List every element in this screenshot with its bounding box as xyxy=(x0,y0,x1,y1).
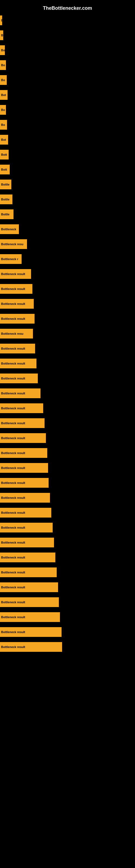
bar: Bott xyxy=(0,150,9,159)
bar-row: Bottleneck result xyxy=(0,550,135,564)
bar-row: Bottleneck result xyxy=(0,282,135,296)
bar: Bottleneck resu xyxy=(0,329,33,339)
bar-row: Bottleneck result xyxy=(0,580,135,594)
bar: Bottleneck result xyxy=(0,299,34,309)
bar-row: Bo xyxy=(0,73,135,87)
bar-row: Bottleneck result xyxy=(0,565,135,579)
page-title: TheBottlenecker.com xyxy=(0,3,135,12)
bar-row: Bot xyxy=(0,88,135,102)
bar: Bottleneck result xyxy=(0,627,61,637)
bar-label: Bottleneck result xyxy=(1,407,25,410)
bar-label: Bottleneck result xyxy=(1,586,25,589)
bar: Bottleneck result xyxy=(0,478,49,488)
bar-label: Bottleneck result xyxy=(1,481,25,485)
bar-label: Bottleneck result xyxy=(1,317,25,320)
bar-row: Bottleneck result xyxy=(0,640,135,654)
bar-row: Bott xyxy=(0,148,135,162)
bar-label: Bottleneck result xyxy=(1,630,25,633)
bar-label: Bottleneck result xyxy=(1,347,25,350)
bar-label: Bottleneck result xyxy=(1,571,25,574)
bar: B xyxy=(0,30,3,40)
bar: Bottleneck result xyxy=(0,523,53,532)
bars-wrapper: BBBoBoBoBotBoBoBotBottBottBottleBottleBo… xyxy=(0,13,135,654)
bar-row: Bottleneck result xyxy=(0,431,135,445)
bar-label: Bottleneck result xyxy=(1,392,25,395)
bar: Bottleneck result xyxy=(0,567,57,577)
bar: Bottleneck result xyxy=(0,612,60,622)
bar-label: Bottleneck result xyxy=(1,541,25,544)
bar-row: B xyxy=(0,13,135,27)
bar-row: Bottleneck result xyxy=(0,491,135,505)
bar-label: Bottleneck result xyxy=(1,302,25,305)
bar: Bottleneck result xyxy=(0,597,59,607)
bar: Bot xyxy=(0,135,8,145)
bar: Bot xyxy=(0,90,8,100)
bar: Bottleneck r xyxy=(0,254,21,264)
bar-row: Bottleneck result xyxy=(0,610,135,624)
bar-label: Bo xyxy=(1,49,5,52)
bar-row: Bottleneck result xyxy=(0,297,135,311)
bar: Bottleneck result xyxy=(0,463,48,473)
bar: Bottleneck result xyxy=(0,344,35,353)
bar: Bottleneck result xyxy=(0,373,38,383)
bar-row: Bottleneck result xyxy=(0,312,135,326)
bar-label: Bo xyxy=(1,123,5,126)
bar-row: B xyxy=(0,28,135,42)
bar-label: Bo xyxy=(1,63,5,67)
bar-label: B xyxy=(1,34,3,37)
bar: Bottleneck result xyxy=(0,284,32,294)
bar-row: Bottle xyxy=(0,177,135,191)
bar-row: Bo xyxy=(0,118,135,132)
bar-row: Bottleneck result xyxy=(0,341,135,355)
bar-label: Bot xyxy=(1,93,6,97)
bar-label: Bottleneck resu xyxy=(1,332,24,335)
bar: Bottleneck result xyxy=(0,582,58,592)
bar-label: Bottleneck result xyxy=(1,511,25,514)
bar-row: Bottleneck result xyxy=(0,521,135,535)
bar: Bottleneck result xyxy=(0,314,35,323)
bar: Bottle xyxy=(0,180,11,189)
bar: Bottleneck result xyxy=(0,553,55,562)
bar-row: Bot xyxy=(0,133,135,147)
bar: Bottleneck result xyxy=(0,642,62,652)
bar-label: Bottle xyxy=(1,183,9,186)
bar-row: Bottleneck result xyxy=(0,461,135,475)
bar-row: Bott xyxy=(0,162,135,177)
bar-label: Bottleneck result xyxy=(1,422,25,425)
bar: Bo xyxy=(0,75,7,85)
bar: Bottleneck result xyxy=(0,418,45,428)
bar-label: Bottleneck xyxy=(1,227,16,231)
bar-label: B xyxy=(1,19,2,22)
bar: Bottleneck result xyxy=(0,508,51,518)
bar-label: Bottleneck result xyxy=(1,496,25,499)
bar-row: Bottleneck result xyxy=(0,506,135,520)
chart-container: TheBottlenecker.com BBBoBoBoBotBoBoBotBo… xyxy=(0,0,135,657)
bar-label: Bott xyxy=(1,153,7,156)
bar-label: Bottleneck result xyxy=(1,645,25,649)
bar-label: Bo xyxy=(1,79,5,82)
bar-row: Bottle xyxy=(0,207,135,221)
bar-label: Bottleneck result xyxy=(1,272,25,276)
bar-row: Bottleneck result xyxy=(0,356,135,371)
bar: Bottleneck result xyxy=(0,433,46,443)
bar: Bottle xyxy=(0,209,13,219)
bar-row: Bottleneck result xyxy=(0,371,135,385)
bar: Bo xyxy=(0,120,7,130)
bar-label: Bo xyxy=(1,108,5,112)
bar-row: Bottleneck result xyxy=(0,625,135,639)
bar-label: Bottleneck result xyxy=(1,600,25,604)
bar-row: Bottleneck result xyxy=(0,416,135,430)
bar: Bo xyxy=(0,105,6,115)
bar-row: Bottleneck r xyxy=(0,252,135,266)
bar: Bott xyxy=(0,165,10,175)
bar-label: Bottleneck result xyxy=(1,362,25,365)
bar: Bottleneck result xyxy=(0,403,43,413)
bar: Bottleneck result xyxy=(0,269,31,279)
bar-label: Bottleneck result xyxy=(1,436,25,440)
bar: Bottleneck result xyxy=(0,538,54,547)
bar-row: Bottleneck result xyxy=(0,446,135,460)
bar-label: Bottle xyxy=(1,213,9,216)
bar-label: Bottle xyxy=(1,198,9,201)
bar: B xyxy=(0,16,2,25)
bar-label: Bottleneck result xyxy=(1,377,25,380)
